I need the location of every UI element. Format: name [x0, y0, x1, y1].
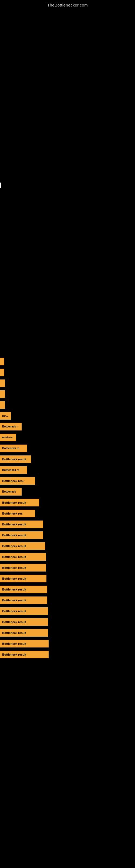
bottleneck-result-bar: Bottleneck result	[0, 553, 46, 561]
bar-row: Bottleneck result	[0, 540, 135, 552]
bar-row: Bottleneck result	[0, 638, 135, 649]
bottleneck-result-bar: Bottleneck result	[0, 499, 39, 506]
bar-row: Bottleneck re	[0, 443, 135, 454]
bottleneck-result-bar: Bottleneck result	[0, 531, 43, 539]
bottleneck-result-bar: Bottleneck resu	[0, 477, 35, 485]
bottleneck-result-bar: Bottleneck result	[0, 564, 46, 571]
bar-row: Bottleneck result	[0, 530, 135, 540]
bottleneck-result-bar: Bottlen	[0, 412, 11, 420]
bar-row	[0, 367, 135, 378]
bottleneck-result-bar	[0, 358, 4, 365]
bottleneck-result-bar: Bottleneck result	[0, 640, 49, 648]
site-title: TheBottlenecker.com	[0, 0, 135, 9]
bar-row: Bottleneck result	[0, 519, 135, 530]
bottleneck-result-bar: Bottlenec	[0, 434, 16, 441]
bar-row: Bottleneck	[0, 486, 135, 497]
cursor-line	[0, 183, 1, 188]
bottleneck-result-bar: Bottleneck result	[0, 629, 48, 637]
bottleneck-result-bar: Bo	[0, 379, 5, 387]
bar-row	[0, 356, 135, 367]
bottleneck-result-bar: Bottleneck re	[0, 466, 27, 474]
bottleneck-result-bar: Bottleneck re	[0, 444, 27, 452]
bottleneck-result-bar: Bottleneck	[0, 488, 21, 496]
bottleneck-result-bar: Bottleneck result	[0, 607, 48, 615]
bar-row: Bottleneck resu	[0, 475, 135, 486]
bottleneck-result-bar: Bo	[0, 401, 5, 409]
bottleneck-result-bar: Bottleneck result	[0, 651, 49, 658]
bottleneck-result-bar: Bottleneck result	[0, 542, 45, 550]
bar-row: Bottlen	[0, 410, 135, 421]
bottleneck-result-bar	[0, 369, 4, 376]
bar-row: Bottlenec	[0, 432, 135, 443]
bottleneck-result-bar: Bottleneck result	[0, 596, 47, 604]
bar-row: Bottleneck re	[0, 465, 135, 475]
bar-row: Bottleneck result	[0, 562, 135, 573]
chart-area	[0, 9, 135, 177]
bar-row: Bottleneck result	[0, 649, 135, 660]
bar-row: Bottleneck res	[0, 508, 135, 519]
bottleneck-result-bar: Bottleneck result	[0, 618, 48, 626]
bottleneck-result-bar: Bottleneck res	[0, 510, 35, 517]
bar-row: Bottleneck result	[0, 617, 135, 627]
bar-row: Bottleneck result	[0, 627, 135, 638]
bar-row: Bottleneck result	[0, 454, 135, 465]
bottleneck-result-bar: B	[0, 390, 5, 398]
bar-row: Bo	[0, 400, 135, 410]
bar-row: Bottleneck result	[0, 584, 135, 595]
bar-row: B	[0, 389, 135, 400]
bar-row: Bottleneck result	[0, 573, 135, 584]
bottleneck-result-bar: Bottleneck r	[0, 423, 21, 431]
bar-row: Bottleneck result	[0, 606, 135, 617]
bar-row: Bottleneck r	[0, 421, 135, 432]
bar-row: Bottleneck result	[0, 497, 135, 508]
bar-row: Bottleneck result	[0, 552, 135, 562]
bar-row: Bottleneck result	[0, 595, 135, 606]
bottleneck-result-bar: Bottleneck result	[0, 575, 46, 582]
bottleneck-result-bar: Bottleneck result	[0, 456, 31, 463]
bar-row: Bo	[0, 378, 135, 389]
bottleneck-list: BoBBoBottlenBottleneck rBottlenecBottlen…	[0, 177, 135, 660]
bottleneck-result-bar: Bottleneck result	[0, 586, 47, 593]
bottleneck-result-bar: Bottleneck result	[0, 521, 43, 528]
